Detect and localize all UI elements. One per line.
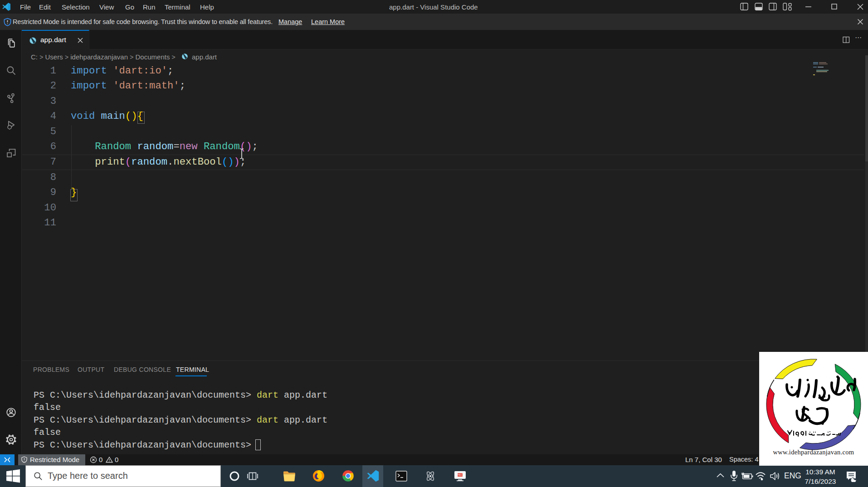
svg-text:www.idehpardazanjavan.com: www.idehpardazanjavan.com — [773, 448, 854, 456]
svg-text:REC: REC — [458, 473, 463, 476]
